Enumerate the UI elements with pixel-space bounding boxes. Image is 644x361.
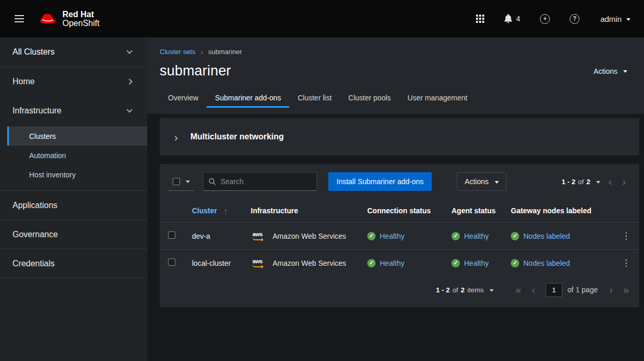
notification-count-badge: 4 — [516, 15, 520, 23]
sidebar-item-label: Home — [12, 77, 35, 86]
breadcrumb-current: submariner — [208, 48, 242, 56]
help-button[interactable]: ? — [568, 12, 582, 26]
sidebar-item-infrastructure[interactable]: Infrastructure — [0, 96, 147, 125]
table-header-row: Cluster ↑ Infrastructure Connection stat… — [160, 199, 639, 223]
tab-cluster-pools[interactable]: Cluster pools — [340, 89, 400, 108]
main-content: Cluster sets › submariner submariner Act… — [147, 37, 644, 361]
multicluster-networking-section[interactable]: › Multicluster networking — [160, 118, 639, 156]
install-submariner-addons-button[interactable]: Install Submariner add-ons — [328, 172, 432, 191]
page-header: Cluster sets › submariner submariner Act… — [147, 37, 644, 114]
check-circle-icon: ✓ — [511, 259, 519, 267]
sidebar-item-automation[interactable]: Automation — [7, 146, 147, 165]
quick-create-button[interactable]: + — [538, 12, 552, 26]
app-launcher-button[interactable] — [474, 12, 486, 25]
pagination-summary-toggle[interactable]: 1 - 2 of 2 — [558, 176, 603, 188]
table-toolbar: Install Submariner add-ons Actions 1 - 2… — [160, 164, 639, 199]
hamburger-icon — [15, 18, 24, 19]
aws-icon: aws — [251, 231, 264, 240]
sidebar: All Clusters Home Infrastructure Cluster… — [0, 37, 147, 361]
sidebar-item-credentials[interactable]: Credentials — [0, 249, 147, 278]
sidebar-item-label: Governance — [12, 230, 58, 239]
infrastructure-subnav: Clusters Automation Host inventory — [0, 125, 147, 191]
kebab-menu-button[interactable]: ⋮ — [616, 257, 636, 268]
chevron-down-icon — [126, 107, 132, 112]
sidebar-item-clusters[interactable]: Clusters — [7, 126, 147, 146]
pagination-range: 1 - 2 — [561, 178, 575, 186]
chevron-down-icon — [126, 48, 132, 54]
brand-redhat-text: Red Hat — [62, 10, 99, 19]
column-header-infrastructure[interactable]: Infrastructure — [242, 199, 359, 223]
cluster-name: local-cluster — [184, 250, 242, 277]
page-actions-label: Actions — [594, 67, 617, 75]
gateway-nodes-link[interactable]: Nodes labeled — [523, 259, 570, 267]
notifications-button[interactable]: 4 — [502, 12, 522, 25]
bell-icon — [504, 14, 512, 23]
page-actions-dropdown[interactable]: Actions — [593, 64, 628, 79]
current-page-input[interactable] — [546, 283, 562, 297]
pagination-next-button[interactable]: › — [617, 174, 631, 189]
sidebar-item-label: Applications — [12, 201, 57, 210]
sidebar-item-governance[interactable]: Governance — [0, 220, 147, 249]
breadcrumb-cluster-sets-link[interactable]: Cluster sets — [160, 48, 196, 56]
pagination-first-button[interactable]: « — [510, 282, 526, 297]
pagination-range: 1 - 2 — [436, 286, 450, 294]
search-input[interactable] — [221, 177, 311, 186]
check-circle-icon: ✓ — [367, 232, 376, 240]
brand-openshift-text: OpenShift — [62, 19, 99, 28]
tab-submariner-addons[interactable]: Submariner add-ons — [207, 89, 289, 108]
user-name: admin — [600, 15, 622, 23]
column-label: Cluster — [192, 207, 217, 215]
sidebar-item-host-inventory[interactable]: Host inventory — [7, 165, 147, 184]
agent-status-link[interactable]: Healthy — [464, 232, 488, 240]
bulk-select-checkbox[interactable] — [173, 178, 180, 185]
sidebar-item-applications[interactable]: Applications — [0, 191, 147, 220]
nav-toggle-button[interactable] — [8, 13, 30, 24]
application-window: Red Hat OpenShift 4 — [0, 0, 644, 361]
column-header-connection-status[interactable]: Connection status — [359, 199, 443, 223]
cluster-name: dev-a — [184, 223, 242, 250]
perspective-switcher[interactable]: All Clusters — [0, 37, 147, 67]
sidebar-item-home[interactable]: Home — [0, 67, 147, 96]
kebab-menu-button[interactable]: ⋮ — [616, 230, 636, 241]
agent-status-link[interactable]: Healthy — [464, 259, 488, 267]
table-row-local-cluster: local-cluster aws Amazon Web Services — [160, 250, 639, 277]
caret-down-icon — [623, 70, 627, 73]
user-menu-dropdown[interactable]: admin — [600, 15, 630, 23]
caret-down-icon — [626, 18, 630, 21]
row-checkbox[interactable] — [168, 259, 175, 266]
column-header-cluster[interactable]: Cluster ↑ — [184, 199, 242, 223]
pagination-total: 2 — [586, 178, 590, 186]
tab-user-management[interactable]: User management — [399, 89, 475, 108]
pagination-top: 1 - 2 of 2 ‹ › — [558, 174, 631, 189]
tab-cluster-list[interactable]: Cluster list — [289, 89, 340, 108]
chevron-right-icon: › — [174, 132, 178, 143]
pagination-next-button[interactable]: › — [604, 282, 618, 297]
page-content: › Multicluster networking — [147, 114, 644, 361]
pagination-total: 2 — [461, 286, 465, 294]
page-count-label: of 1 page — [568, 286, 598, 294]
infrastructure-label: Amazon Web Services — [273, 259, 346, 267]
pagination-last-button[interactable]: » — [618, 282, 634, 297]
clusters-table: Cluster ↑ Infrastructure Connection stat… — [160, 199, 639, 276]
pagination-bottom-summary-toggle[interactable]: 1 - 2 of 2 items — [433, 284, 497, 296]
brand-logo: Red Hat OpenShift — [38, 10, 99, 28]
table-actions-dropdown[interactable]: Actions — [457, 172, 507, 191]
bulk-select-dropdown[interactable] — [168, 172, 195, 191]
gateway-nodes-link[interactable]: Nodes labeled — [523, 232, 570, 240]
masthead-toolbar: 4 + ? admin — [474, 12, 630, 26]
expand-section-title: Multicluster networking — [190, 132, 284, 141]
pagination-prev-button[interactable]: ‹ — [526, 282, 540, 297]
check-circle-icon: ✓ — [452, 259, 460, 267]
sort-ascending-icon: ↑ — [224, 207, 227, 215]
table-row-dev-a: dev-a aws Amazon Web Services — [160, 223, 639, 250]
column-header-agent-status[interactable]: Agent status — [443, 199, 503, 223]
row-checkbox[interactable] — [168, 231, 175, 239]
connection-status-link[interactable]: Healthy — [380, 232, 404, 240]
tab-overview[interactable]: Overview — [160, 89, 207, 108]
pagination-prev-button[interactable]: ‹ — [603, 174, 617, 189]
connection-status-link[interactable]: Healthy — [380, 259, 404, 267]
sidebar-item-label: Credentials — [12, 259, 55, 268]
tab-bar: Overview Submariner add-ons Cluster list… — [160, 89, 628, 108]
pagination-of-label: of — [578, 178, 584, 186]
column-header-gateway-nodes[interactable]: Gateway nodes labeled — [503, 199, 608, 223]
